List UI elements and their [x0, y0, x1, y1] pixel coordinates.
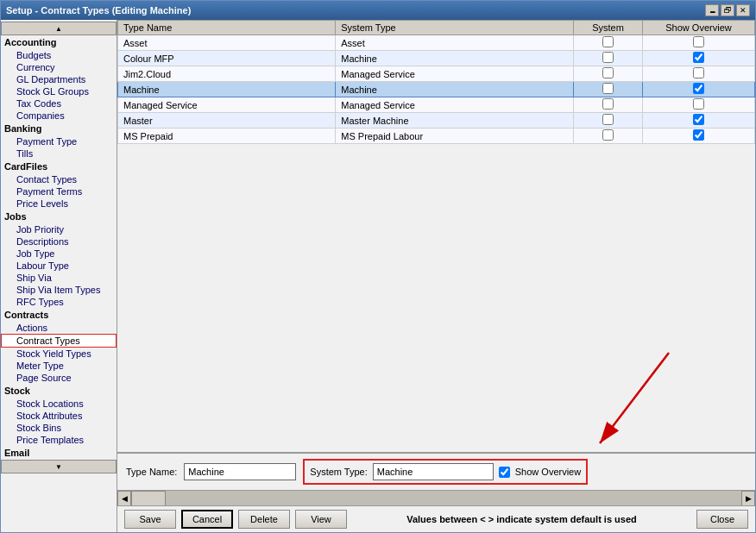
sidebar-group-cardfiles: CardFiles: [1, 160, 117, 173]
sidebar-group-stock: Stock: [1, 384, 117, 398]
sidebar-item-stock-gl-groups[interactable]: Stock GL Groups: [1, 85, 117, 97]
sidebar-item-labour-type[interactable]: Labour Type: [1, 260, 117, 272]
sidebar-item-payment-terms[interactable]: Payment Terms: [1, 185, 117, 198]
sidebar-group-banking: Banking: [1, 122, 117, 135]
svg-line-1: [600, 353, 669, 443]
system-type-group: System Type: Show Overview: [303, 459, 588, 485]
sidebar-item-stock-locations[interactable]: Stock Locations: [1, 398, 117, 410]
arrow-area: [117, 348, 755, 452]
cell-system[interactable]: [574, 113, 643, 129]
cell-type-name[interactable]: Colour MFP: [118, 51, 336, 66]
sidebar-item-currency[interactable]: Currency: [1, 61, 117, 73]
sidebar-item-ship-via[interactable]: Ship Via: [1, 272, 117, 284]
cell-system-type: Machine: [336, 51, 574, 66]
sidebar-item-job-priority[interactable]: Job Priority: [1, 223, 117, 235]
sidebar-item-budgets[interactable]: Budgets: [1, 49, 117, 61]
scroll-left-button[interactable]: ◀: [117, 491, 131, 506]
cell-type-name[interactable]: MS Prepaid: [118, 129, 336, 144]
cell-type-name[interactable]: Managed Service: [118, 97, 336, 113]
contract-types-table: Type Name System Type System Show Overvi…: [117, 20, 755, 144]
cell-show-overview[interactable]: [643, 97, 755, 113]
sidebar-item-tax-codes[interactable]: Tax Codes: [1, 97, 117, 110]
sidebar-item-payment-type[interactable]: Payment Type: [1, 135, 117, 147]
cancel-button[interactable]: Cancel: [181, 510, 233, 529]
cell-system-type: MS Prepaid Labour: [336, 129, 574, 144]
sidebar-item-companies[interactable]: Companies: [1, 110, 117, 122]
close-button[interactable]: ✕: [736, 4, 750, 16]
type-name-input[interactable]: [184, 463, 296, 480]
scroll-thumb[interactable]: [131, 491, 166, 506]
sidebar-item-page-source[interactable]: Page Source: [1, 372, 117, 384]
col-header-system-type: System Type: [336, 21, 574, 35]
bottom-bar: Save Cancel Delete View Values between <…: [117, 505, 755, 532]
status-text: Values between < > indicate system defau…: [352, 514, 691, 524]
cell-show-overview[interactable]: [643, 51, 755, 66]
sidebar-group-accounting: Accounting: [1, 35, 117, 49]
sidebar: ▲ Accounting Budgets Currency GL Departm…: [1, 20, 117, 532]
sidebar-item-stock-attributes[interactable]: Stock Attributes: [1, 410, 117, 422]
scroll-track[interactable]: [131, 491, 741, 506]
cell-system[interactable]: [574, 129, 643, 144]
sidebar-scroll-down[interactable]: ▼: [1, 460, 117, 473]
cell-show-overview[interactable]: [643, 113, 755, 129]
sidebar-item-stock-yield-types[interactable]: Stock Yield Types: [1, 348, 117, 360]
maximize-button[interactable]: 🗗: [721, 4, 734, 16]
col-header-type-name: Type Name: [118, 21, 336, 35]
sidebar-item-stock-bins[interactable]: Stock Bins: [1, 422, 117, 434]
horizontal-scrollbar[interactable]: ◀ ▶: [117, 490, 755, 505]
window-title: Setup - Contract Types (Editing Machine): [6, 5, 191, 16]
cell-system[interactable]: [574, 51, 643, 66]
minimize-button[interactable]: 🗕: [705, 4, 719, 16]
cell-system[interactable]: [574, 82, 643, 97]
cell-type-name[interactable]: Master: [118, 113, 336, 129]
title-bar: Setup - Contract Types (Editing Machine)…: [1, 1, 755, 20]
cell-show-overview[interactable]: [643, 35, 755, 51]
show-overview-checkbox[interactable]: [499, 467, 510, 478]
sidebar-item-descriptions[interactable]: Descriptions: [1, 235, 117, 248]
sidebar-item-meter-type[interactable]: Meter Type: [1, 360, 117, 372]
cell-system-type: Managed Service: [336, 66, 574, 82]
cell-system-type: Machine: [336, 82, 574, 97]
col-header-system: System: [574, 21, 643, 35]
cell-show-overview[interactable]: [643, 129, 755, 144]
cell-system[interactable]: [574, 97, 643, 113]
sidebar-item-tills[interactable]: Tills: [1, 147, 117, 160]
sidebar-item-price-templates[interactable]: Price Templates: [1, 434, 117, 446]
cell-system[interactable]: [574, 35, 643, 51]
cell-type-name[interactable]: Asset: [118, 35, 336, 51]
cell-show-overview[interactable]: [643, 82, 755, 97]
system-type-input[interactable]: [373, 463, 494, 480]
red-arrow-svg: [513, 348, 686, 452]
close-button[interactable]: Close: [696, 510, 748, 529]
show-overview-label: Show Overview: [515, 467, 581, 477]
scroll-right-button[interactable]: ▶: [741, 491, 755, 506]
col-header-show-overview: Show Overview: [643, 21, 755, 35]
type-name-label: Type Name:: [126, 467, 177, 477]
sidebar-item-actions[interactable]: Actions: [1, 322, 117, 334]
sidebar-item-gl-departments[interactable]: GL Departments: [1, 73, 117, 85]
delete-button[interactable]: Delete: [238, 510, 290, 529]
sidebar-item-contact-types[interactable]: Contact Types: [1, 173, 117, 185]
sidebar-item-ship-via-item-types[interactable]: Ship Via Item Types: [1, 284, 117, 296]
cell-system[interactable]: [574, 66, 643, 82]
sidebar-scroll-up[interactable]: ▲: [1, 22, 117, 35]
sidebar-item-rfc-types[interactable]: RFC Types: [1, 296, 117, 308]
sidebar-item-job-type[interactable]: Job Type: [1, 248, 117, 260]
view-button[interactable]: View: [295, 510, 347, 529]
cell-type-name[interactable]: Jim2.Cloud: [118, 66, 336, 82]
sidebar-item-price-levels[interactable]: Price Levels: [1, 198, 117, 210]
sidebar-group-contracts: Contracts: [1, 308, 117, 322]
save-button[interactable]: Save: [124, 510, 176, 529]
cell-show-overview[interactable]: [643, 66, 755, 82]
content-area: ▲ Accounting Budgets Currency GL Departm…: [1, 20, 755, 532]
sidebar-group-jobs: Jobs: [1, 210, 117, 223]
cell-system-type: Managed Service: [336, 97, 574, 113]
cell-type-name[interactable]: Machine: [118, 82, 336, 97]
main-content: Type Name System Type System Show Overvi…: [117, 20, 755, 532]
table-scroll-area[interactable]: Type Name System Type System Show Overvi…: [117, 20, 755, 348]
edit-form: Type Name: System Type: Show Overview: [117, 452, 755, 490]
title-bar-buttons: 🗕 🗗 ✕: [705, 4, 750, 16]
cell-system-type: Asset: [336, 35, 574, 51]
system-type-label: System Type:: [310, 467, 367, 477]
sidebar-item-contract-types[interactable]: Contract Types: [1, 334, 117, 348]
